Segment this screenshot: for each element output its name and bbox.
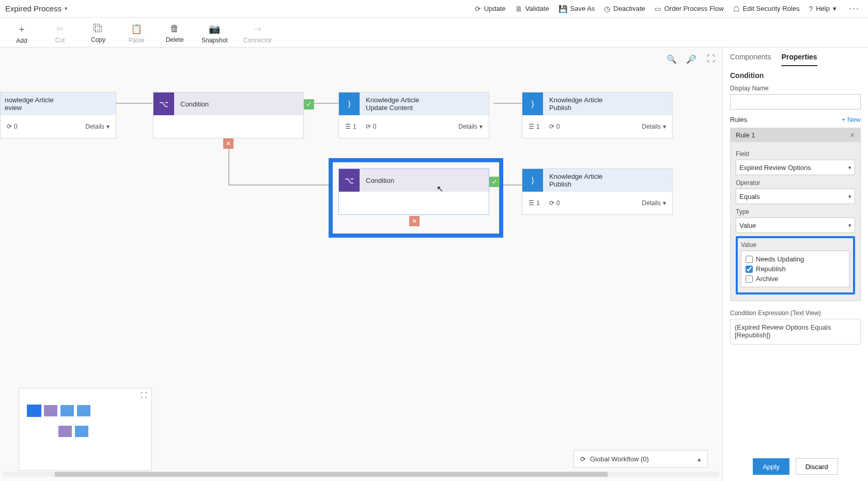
update-action[interactable]: ⟳Update bbox=[475, 5, 506, 13]
details-toggle[interactable]: Details▾ bbox=[85, 123, 110, 130]
cut-label: Cut bbox=[55, 37, 65, 44]
value-option-archive[interactable]: Archive bbox=[746, 274, 845, 284]
connector-label: Connector bbox=[243, 37, 272, 44]
stage-update-content[interactable]: ⟩ Knowledge Article Update Content ☰1 ⟳0… bbox=[338, 92, 489, 138]
panel-heading: Condition bbox=[730, 71, 861, 80]
update-content-title: Knowledge Article Update Content bbox=[360, 92, 489, 115]
minimap-node bbox=[60, 405, 74, 416]
add-label: Add bbox=[16, 37, 27, 44]
tab-components[interactable]: Components bbox=[730, 53, 771, 66]
minimap[interactable]: ⛶ bbox=[19, 388, 152, 471]
stage-icon: ⟩ bbox=[339, 92, 360, 115]
false-branch-badge: ✕ bbox=[409, 216, 420, 226]
details-toggle[interactable]: Details▾ bbox=[642, 199, 666, 207]
condition-2[interactable]: ⌥ Condition bbox=[338, 168, 489, 215]
chevron-down-icon: ▾ bbox=[848, 222, 851, 229]
publish1-title: Knowledge Article Publish bbox=[543, 92, 672, 115]
field-select[interactable]: Expired Review Options▾ bbox=[736, 160, 855, 175]
connector-icon: ⇢ bbox=[254, 23, 261, 35]
stage-review[interactable]: nowledge Article eview ⟳0 Details▾ bbox=[0, 92, 116, 138]
deactivate-action[interactable]: ◷Deactivate bbox=[604, 5, 645, 13]
tab-properties[interactable]: Properties bbox=[781, 53, 817, 66]
main-area: 🔍 🔎 ⛶ nowledge Article eview ⟳0 Det bbox=[0, 48, 868, 481]
plus-icon: ＋ bbox=[17, 23, 26, 35]
stage-icon: ⟩ bbox=[522, 92, 543, 115]
validate-action[interactable]: 🗎Validate bbox=[515, 5, 549, 13]
value-block-highlight: Value Needs Updating Republish Archive bbox=[736, 236, 855, 294]
scissors-icon: ✂ bbox=[56, 23, 64, 35]
minimap-expand-icon[interactable]: ⛶ bbox=[141, 392, 147, 399]
more-actions[interactable]: ··· bbox=[846, 3, 863, 14]
true-branch-badge: ✓ bbox=[489, 177, 500, 187]
canvas-wrap: 🔍 🔎 ⛶ nowledge Article eview ⟳0 Det bbox=[0, 48, 722, 481]
details-label: Details bbox=[85, 123, 104, 130]
steps-icon: ☰ bbox=[529, 123, 534, 130]
details-label: Details bbox=[458, 123, 477, 130]
update-label: Update bbox=[484, 5, 506, 12]
snapshot-label: Snapshot bbox=[202, 37, 228, 44]
display-name-input[interactable] bbox=[730, 94, 861, 110]
canvas[interactable]: nowledge Article eview ⟳0 Details▾ ⌥ Con… bbox=[0, 48, 722, 481]
publish2-title: Knowledge Article Publish bbox=[543, 169, 672, 192]
process-title[interactable]: Expired Process ▾ bbox=[5, 4, 68, 13]
checkbox-archive[interactable] bbox=[746, 275, 753, 283]
chevron-down-icon: ▾ bbox=[833, 5, 836, 12]
help-icon: ? bbox=[809, 5, 813, 13]
minimap-node bbox=[44, 405, 57, 416]
help-label: Help bbox=[816, 5, 830, 12]
paste-button[interactable]: 📋Paste bbox=[125, 23, 148, 44]
condition-2-title: Condition bbox=[360, 169, 489, 192]
type-select[interactable]: Value▾ bbox=[736, 218, 855, 233]
steps-icon: ☰ bbox=[345, 123, 351, 130]
type-label: Type bbox=[736, 208, 855, 215]
new-rule-button[interactable]: + New bbox=[842, 116, 861, 123]
review-wf-count: 0 bbox=[14, 123, 18, 130]
delete-button[interactable]: 🗑Delete bbox=[163, 23, 186, 43]
field-label: Field bbox=[736, 150, 855, 158]
operator-value: Equals bbox=[739, 193, 760, 200]
condition-icon: ⌥ bbox=[153, 92, 174, 115]
security-roles-action[interactable]: ☖Edit Security Roles bbox=[733, 5, 800, 13]
chevron-down-icon: ▾ bbox=[848, 164, 851, 171]
apply-button[interactable]: Apply bbox=[753, 458, 789, 475]
cut-button[interactable]: ✂Cut bbox=[49, 23, 71, 44]
details-label: Details bbox=[642, 199, 661, 207]
snapshot-button[interactable]: 📷Snapshot bbox=[202, 23, 228, 44]
rule-1-title: Rule 1 bbox=[736, 131, 755, 139]
value-option-republish[interactable]: Republish bbox=[746, 264, 845, 274]
workflow-icon: ⟳ bbox=[549, 123, 554, 130]
stage-icon: ⟩ bbox=[522, 169, 543, 192]
details-toggle[interactable]: Details▾ bbox=[458, 123, 483, 130]
trash-icon: 🗑 bbox=[170, 23, 179, 34]
horizontal-scrollbar[interactable] bbox=[3, 472, 719, 479]
workflow-icon: ⟳ bbox=[549, 199, 554, 207]
order-flow-action[interactable]: ▭Order Process Flow bbox=[655, 5, 724, 13]
chevron-up-icon: ▴ bbox=[698, 455, 701, 463]
operator-select[interactable]: Equals▾ bbox=[736, 189, 855, 204]
save-as-action[interactable]: 💾Save As bbox=[559, 5, 595, 13]
help-action[interactable]: ?Help▾ bbox=[809, 5, 836, 13]
value-option-needs-updating[interactable]: Needs Updating bbox=[746, 254, 845, 264]
close-icon[interactable]: ✕ bbox=[849, 131, 855, 139]
chevron-down-icon: ▾ bbox=[106, 123, 110, 130]
connector-button[interactable]: ⇢Connector bbox=[243, 23, 272, 44]
value-label: Value bbox=[741, 241, 850, 249]
publish1-wf: 0 bbox=[556, 123, 560, 130]
add-button[interactable]: ＋Add bbox=[10, 23, 33, 44]
update-wf: 0 bbox=[373, 123, 377, 130]
stage-publish-1[interactable]: ⟩ Knowledge Article Publish ☰1 ⟳0 Detail… bbox=[522, 92, 673, 138]
condition-1[interactable]: ⌥ Condition bbox=[153, 92, 304, 138]
stage-publish-2[interactable]: ⟩ Knowledge Article Publish ☰1 ⟳0 Detail… bbox=[522, 168, 673, 215]
stage-review-title: nowledge Article eview bbox=[1, 92, 116, 115]
ribbon-toolbar: ＋Add ✂Cut ⿻Copy 📋Paste 🗑Delete 📷Snapshot… bbox=[0, 18, 868, 48]
copy-button[interactable]: ⿻Copy bbox=[87, 23, 110, 43]
minimap-node bbox=[77, 405, 90, 416]
checkbox-needs-updating[interactable] bbox=[746, 256, 753, 263]
checkbox-republish[interactable] bbox=[746, 266, 753, 273]
global-workflow-bar[interactable]: ⟳ Global Workflow (0) ▴ bbox=[574, 450, 708, 468]
discard-button[interactable]: Discard bbox=[796, 458, 838, 475]
details-toggle[interactable]: Details▾ bbox=[642, 123, 666, 130]
workflow-icon: ⟳ bbox=[580, 455, 586, 463]
publish2-wf: 0 bbox=[556, 199, 560, 207]
scrollbar-thumb[interactable] bbox=[55, 472, 608, 477]
